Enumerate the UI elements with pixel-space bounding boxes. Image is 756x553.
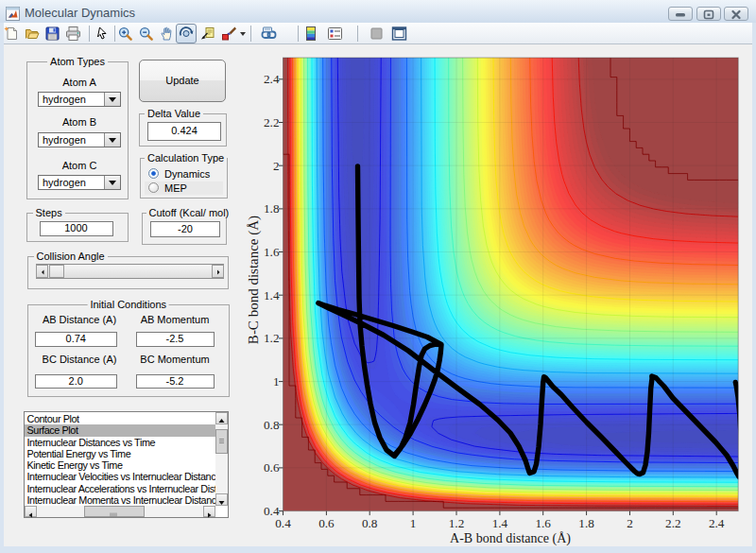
svg-text:1.6: 1.6 — [264, 245, 280, 259]
svg-text:0.8: 0.8 — [362, 516, 378, 530]
svg-text:1.2: 1.2 — [264, 331, 279, 345]
svg-text:0.6: 0.6 — [318, 516, 335, 530]
svg-text:1: 1 — [273, 374, 280, 389]
svg-text:1.4: 1.4 — [264, 288, 280, 302]
svg-text:0.4: 0.4 — [264, 504, 280, 518]
svg-text:0.8: 0.8 — [264, 418, 280, 432]
svg-text:1.6: 1.6 — [535, 516, 551, 530]
svg-text:1.2: 1.2 — [449, 516, 464, 530]
svg-text:0.6: 0.6 — [264, 460, 280, 475]
svg-text:1: 1 — [410, 516, 417, 530]
svg-text:2.2: 2.2 — [264, 115, 279, 130]
svg-text:A-B bond distance (Å): A-B bond distance (Å) — [450, 531, 571, 546]
svg-text:1.8: 1.8 — [578, 516, 594, 530]
svg-text:2.2: 2.2 — [665, 516, 680, 530]
svg-text:2: 2 — [627, 516, 633, 530]
svg-text:2: 2 — [273, 159, 280, 173]
svg-text:B-C bond distance (Å): B-C bond distance (Å) — [246, 216, 262, 344]
svg-text:1.4: 1.4 — [492, 516, 508, 530]
svg-text:2.4: 2.4 — [709, 516, 725, 530]
svg-text:2.4: 2.4 — [264, 72, 280, 86]
svg-text:1.8: 1.8 — [264, 201, 280, 216]
